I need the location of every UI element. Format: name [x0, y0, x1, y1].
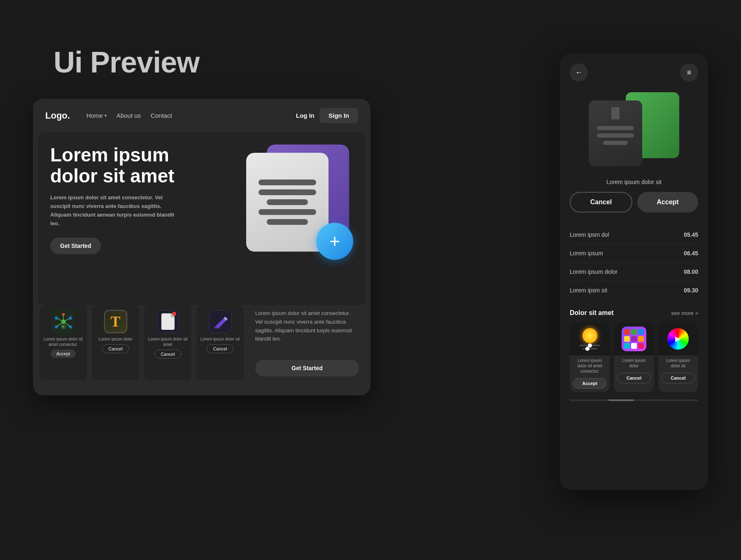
slider-mini-2: [583, 348, 597, 350]
icon-card-2-label: Lorem ipsum dolor: [98, 336, 133, 342]
nav-link-contact[interactable]: Contact: [151, 112, 172, 119]
time-item-4: Lorem ipsm sit 09.30: [570, 281, 698, 299]
file-inner: [161, 313, 175, 330]
panel-doc-front: [589, 100, 642, 166]
icon-card-1-label: Lorem ipsum dolor sit amet consectur.: [42, 336, 84, 347]
time-value-1: 05.45: [684, 231, 698, 238]
time-label-1: Lorem ipsm dol: [570, 231, 609, 238]
right-panel: ← ≡ Lorem ipsum dolor sit Cancel Accept …: [560, 54, 708, 490]
icon-card-4-cancel-btn[interactable]: Cancel: [207, 344, 233, 353]
icon-card-pen: Lorem ipsum dolor sit Cancel: [196, 305, 244, 380]
dolor-card-3-cancel-btn[interactable]: Cancel: [662, 373, 695, 383]
navbar: Logo. Home ▾ About us Contact Log In Sig…: [33, 99, 370, 132]
network-icon: +: [51, 309, 76, 334]
get-started-button[interactable]: Get Started: [50, 238, 101, 254]
svg-text:+: +: [62, 325, 64, 329]
sun-orb: [583, 328, 597, 343]
hero-heading: Lorem ipsum dolor sit amet: [50, 145, 198, 186]
back-icon: ←: [575, 68, 583, 77]
bottom-description-text: Lorem ipsum dolor sit amet consectetur. …: [255, 309, 359, 343]
type-icon-box: T: [104, 310, 127, 333]
time-label-4: Lorem ipsm sit: [570, 287, 607, 294]
panel-doc-line-3: [603, 141, 628, 145]
nav-links: Home ▾ About us Contact: [86, 112, 288, 119]
icon-card-3-cancel-btn[interactable]: Cancel: [154, 350, 181, 359]
time-label-3: Lorem ipsum dolor: [570, 268, 618, 275]
network-svg-icon: +: [53, 311, 74, 332]
color-wheel-icon: [667, 328, 689, 350]
icon-card-1-accept-btn[interactable]: Accept: [51, 350, 76, 358]
time-value-2: 06.45: [684, 250, 698, 257]
menu-icon: ≡: [687, 68, 692, 77]
slider-row-2: [583, 348, 597, 350]
panel-doc-line-2: [597, 133, 634, 138]
icon-card-2-cancel-btn[interactable]: Cancel: [102, 344, 128, 353]
dolor-card-1-label: Lorem ipsum dolor sit amet consectur.: [570, 355, 610, 376]
time-item-2: Lorem ipsum 06.45: [570, 244, 698, 263]
bottom-row: + Lorem ipsum dolor sit amet consectur. …: [33, 305, 370, 385]
panel-header: ← ≡: [560, 54, 708, 88]
time-list: Lorem ipsm dol 05.45 Lorem ipsum 06.45 L…: [560, 222, 708, 303]
hero-document-icon: +: [242, 136, 357, 264]
grid-cell-3: [638, 329, 644, 335]
menu-button[interactable]: ≡: [680, 63, 698, 82]
dolor-title: Dolor sit amet: [570, 309, 614, 317]
file-icon-box: [156, 310, 179, 333]
dolor-card-2-label: Lorem ipsum dolor: [614, 355, 654, 371]
doc-line-3: [267, 199, 308, 205]
icon-card-4-label: Lorem ipsum dolor sit: [200, 336, 240, 342]
panel-scrollbar[interactable]: [570, 399, 698, 401]
panel-doc-line-1: [597, 126, 634, 130]
grid-cell-1: [624, 329, 630, 335]
slider-row-1: [580, 345, 600, 346]
dolor-section: Dolor sit amet see more >: [560, 303, 708, 395]
type-icon: T: [103, 309, 128, 334]
file-icon: [156, 309, 180, 334]
hero-section: Lorem ipsum dolor sit amet Lorem ipsum d…: [38, 132, 366, 305]
dolor-card-2-icon: [614, 322, 654, 355]
icon-card-type: T Lorem ipsum dolor Cancel: [92, 305, 139, 380]
nav-link-about[interactable]: About us: [117, 112, 141, 119]
see-more-link[interactable]: see more >: [671, 310, 698, 316]
back-button[interactable]: ←: [570, 63, 588, 82]
time-label-2: Lorem ipsum: [570, 250, 603, 257]
signin-button[interactable]: Sign In: [319, 108, 358, 123]
panel-accept-button[interactable]: Accept: [637, 192, 698, 212]
dolor-cards: Lorem ipsum dolor sit amet consectur. Ac…: [570, 322, 698, 392]
dolor-card-3-label: Lorem ipsum dolor sit: [658, 355, 698, 371]
nav-logo: Logo.: [45, 110, 70, 121]
dolor-card-2: Lorem ipsum dolor Cancel: [614, 322, 654, 392]
slider-thumb-2: [585, 347, 590, 351]
page-title: Ui Preview: [54, 45, 199, 79]
plus-circle-icon: +: [316, 223, 353, 260]
icon-cards-group: + Lorem ipsum dolor sit amet consectur. …: [38, 305, 245, 380]
chevron-down-icon: ▾: [105, 113, 107, 118]
bottom-description-col: Lorem ipsum dolor sit amet consectetur. …: [249, 305, 366, 380]
file-notification-dot: [172, 312, 176, 316]
panel-doc-subtitle: Lorem ipsum dolor sit: [560, 179, 708, 192]
dolor-card-1: Lorem ipsum dolor sit amet consectur. Ac…: [570, 322, 610, 392]
dolor-card-3-icon: [658, 322, 698, 355]
bottom-get-started-button[interactable]: Get Started: [255, 360, 359, 376]
icon-card-network: + Lorem ipsum dolor sit amet consectur. …: [40, 305, 87, 380]
dolor-header: Dolor sit amet see more >: [570, 309, 698, 317]
panel-doc-handle: [611, 107, 620, 119]
grid-cell-6: [638, 336, 644, 342]
hero-body: Lorem ipsum dolor sit amet consectetur. …: [50, 194, 178, 228]
dolor-card-1-accept-btn[interactable]: Accept: [573, 378, 606, 389]
dolor-card-2-cancel-btn[interactable]: Cancel: [617, 373, 650, 383]
slider-mini-1: [580, 345, 600, 346]
time-item-1: Lorem ipsm dol 05.45: [570, 226, 698, 244]
nav-link-home[interactable]: Home ▾: [86, 112, 107, 119]
panel-cancel-button[interactable]: Cancel: [570, 192, 632, 212]
pen-icon: [208, 309, 233, 334]
grid-cell-2: [631, 329, 637, 335]
dolor-card-3: Lorem ipsum dolor sit Cancel: [658, 322, 698, 392]
doc-line-1: [259, 180, 316, 185]
doc-line-2: [259, 189, 316, 195]
grid-cell-9: [638, 343, 644, 349]
sun-sliders-icon: [580, 328, 600, 350]
icon-card-3-label: Lorem ipsum dolor sit amet: [147, 336, 189, 347]
app-grid-icon: [622, 327, 646, 351]
login-button[interactable]: Log In: [296, 112, 315, 119]
